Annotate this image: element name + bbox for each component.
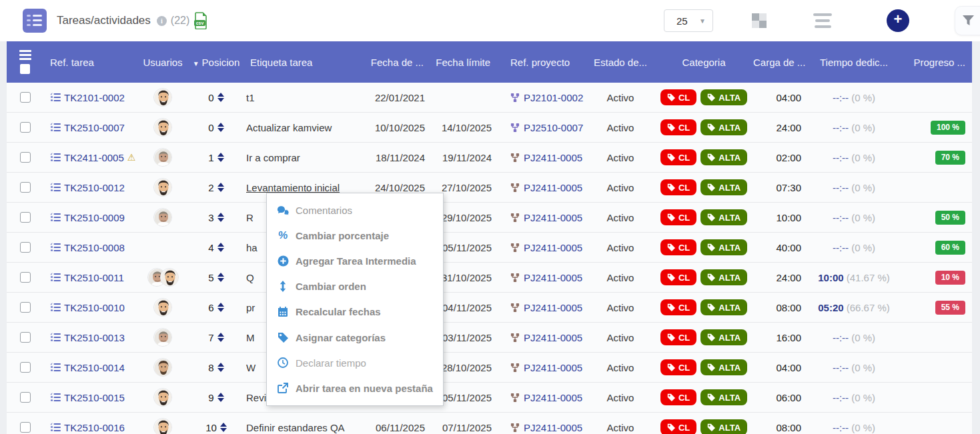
menu-item-updown[interactable]: Cambiar orden <box>267 274 443 299</box>
tasklist-icon <box>50 363 61 372</box>
menu-item-plus[interactable]: Agregar Tarea Intermedia <box>267 248 443 273</box>
reorder-arrows-icon[interactable] <box>217 183 224 192</box>
table-row[interactable]: TK2510-00137M03/11/2025PJ2411-0005Activo… <box>7 323 972 353</box>
reorder-arrows-icon[interactable] <box>217 333 224 342</box>
table-row[interactable]: TK2510-00122Levantamiento inicial24/10/2… <box>7 173 972 203</box>
row-checkbox[interactable] <box>20 92 31 103</box>
reorder-arrows-icon[interactable] <box>220 423 227 432</box>
col-progreso[interactable]: Progreso ... <box>897 57 972 68</box>
col-usuarios[interactable]: Usuarios <box>137 57 189 68</box>
project-ref-link[interactable]: PJ2411-0005 <box>524 182 582 193</box>
task-ref-link[interactable]: TK2510-0013 <box>64 332 125 343</box>
layout-toggle-icon[interactable] <box>752 13 767 28</box>
row-checkbox[interactable] <box>20 212 31 223</box>
row-checkbox[interactable] <box>20 392 31 403</box>
col-estado[interactable]: Estado de... <box>584 57 657 68</box>
project-ref-cell: PJ2411-0005 <box>497 182 584 193</box>
project-ref-link[interactable]: PJ2101-0002 <box>524 92 583 103</box>
table-row[interactable]: TK2510-00084ha05/11/2025PJ2411-0005Activ… <box>7 233 972 263</box>
reorder-arrows-icon[interactable] <box>217 243 224 252</box>
row-checkbox[interactable] <box>20 182 31 193</box>
csv-export-icon[interactable]: csv <box>193 12 208 29</box>
project-ref-link[interactable]: PJ2411-0005 <box>524 152 582 163</box>
project-ref-link[interactable]: PJ2411-0005 <box>524 392 582 403</box>
list-view-icon[interactable] <box>813 13 832 28</box>
table-row[interactable]: TK2510-00148W28/10/2025PJ2411-0005Activo… <box>7 353 972 383</box>
col-ref-proyecto[interactable]: Ref. proyecto <box>497 57 584 68</box>
task-position-cell: 7 <box>189 332 243 343</box>
menu-item-external[interactable]: Abrir tarea en nueva pestaña <box>267 375 443 401</box>
task-ref-link[interactable]: TK2510-0012 <box>64 182 125 193</box>
reorder-arrows-icon[interactable] <box>217 93 224 102</box>
menu-item-comments[interactable]: Comentarios <box>267 197 443 223</box>
task-label-cell[interactable]: t1 <box>243 92 364 103</box>
row-checkbox[interactable] <box>20 302 31 313</box>
table-row[interactable]: TK2510-00106pr04/11/2025PJ2411-0005Activ… <box>7 293 972 323</box>
project-ref-link[interactable]: PJ2510-0007 <box>524 122 583 133</box>
menu-item-calendar[interactable]: Recalcular fechas <box>267 299 443 325</box>
reorder-arrows-icon[interactable] <box>217 123 224 132</box>
select-all-header[interactable] <box>7 50 43 74</box>
info-icon[interactable]: i <box>157 16 167 26</box>
reorder-arrows-icon[interactable] <box>217 273 224 282</box>
project-ref-link[interactable]: PJ2411-0005 <box>524 212 582 223</box>
row-checkbox[interactable] <box>20 362 31 373</box>
reorder-arrows-icon[interactable] <box>217 153 224 162</box>
table-row[interactable]: TK2510-00093R29/10/2025PJ2411-0005Activo… <box>7 203 972 233</box>
col-posicion[interactable]: ▼Posicion <box>189 57 243 68</box>
menu-item-percent[interactable]: %Cambiar porcentaje <box>267 223 443 248</box>
time-percent: (0 %) <box>851 242 875 253</box>
reorder-arrows-icon[interactable] <box>217 363 224 372</box>
row-checkbox[interactable] <box>20 152 31 163</box>
project-ref-link[interactable]: PJ2411-0005 <box>524 242 582 253</box>
menu-item-tag[interactable]: Asignar categorías <box>267 325 443 350</box>
table-row[interactable]: TK2510-00159Revisión de alcance03/11/202… <box>7 383 972 413</box>
col-carga[interactable]: Carga de ... <box>751 57 811 68</box>
reorder-arrows-icon[interactable] <box>217 213 224 222</box>
table-row[interactable]: TK2510-00115Q31/10/2025PJ2411-0005Activo… <box>7 263 972 293</box>
project-ref-link[interactable]: PJ2411-0005 <box>524 272 582 283</box>
task-label-cell[interactable]: Actualizar kamview <box>243 122 364 133</box>
project-ref-link[interactable]: PJ2411-0005 <box>524 302 582 313</box>
table-row[interactable]: TK2510-00070Actualizar kamview10/10/2025… <box>7 113 972 143</box>
reorder-arrows-icon[interactable] <box>217 393 224 402</box>
row-checkbox[interactable] <box>20 272 31 283</box>
table-row[interactable]: TK2510-001610Definir estandares QA06/11/… <box>7 413 972 434</box>
task-ref-link[interactable]: TK2510-0010 <box>64 302 125 313</box>
reorder-arrows-icon[interactable] <box>217 303 224 312</box>
task-label-cell[interactable]: Definir estandares QA <box>243 422 364 433</box>
col-tiempo[interactable]: Tiempo dedic... <box>811 57 897 68</box>
col-etiqueta[interactable]: Etiqueta tarea <box>243 57 364 68</box>
task-ref-link[interactable]: TK2510-0011 <box>64 272 124 283</box>
task-ref-link[interactable]: TK2510-0009 <box>64 212 125 223</box>
filter-button[interactable] <box>955 6 980 35</box>
row-checkbox[interactable] <box>20 422 31 433</box>
project-ref-link[interactable]: PJ2411-0005 <box>524 332 582 343</box>
task-ref-link[interactable]: TK2510-0007 <box>64 122 125 133</box>
task-ref-link[interactable]: TK2510-0014 <box>64 362 125 373</box>
task-ref-link[interactable]: TK2101-0002 <box>64 92 125 103</box>
page-size-select[interactable]: 25 ▼ <box>664 9 713 32</box>
project-ref-link[interactable]: PJ2411-0005 <box>524 362 582 373</box>
task-ref-cell: TK2510-0015 <box>43 392 137 403</box>
avatar <box>153 328 172 347</box>
task-ref-link[interactable]: TK2510-0015 <box>64 392 125 403</box>
col-categoria[interactable]: Categoria <box>657 57 751 68</box>
project-ref-link[interactable]: PJ2411-0005 <box>524 422 582 433</box>
row-checkbox[interactable] <box>20 122 31 133</box>
col-ref-tarea[interactable]: Ref. tarea <box>43 57 137 68</box>
table-row[interactable]: TK2411-0005 ⚠1Ir a comprar18/11/202419/1… <box>7 143 972 173</box>
row-checkbox[interactable] <box>20 242 31 253</box>
col-fecha-limite[interactable]: Fecha límite <box>430 57 497 68</box>
select-all-checkbox[interactable] <box>20 64 30 74</box>
table-row[interactable]: TK2101-00020t122/01/2021PJ2101-0002Activ… <box>7 83 972 113</box>
menu-item-clock[interactable]: Declarar tiempo <box>267 350 443 375</box>
add-task-button[interactable]: + <box>887 9 909 32</box>
row-checkbox[interactable] <box>20 332 31 343</box>
task-ref-link[interactable]: TK2510-0016 <box>64 422 125 433</box>
task-label-cell[interactable]: Levantamiento inicial <box>243 182 364 193</box>
col-fecha-de[interactable]: Fecha de ... <box>364 57 430 68</box>
task-ref-link[interactable]: TK2510-0008 <box>64 242 125 253</box>
task-label-cell[interactable]: Ir a comprar <box>243 152 364 163</box>
task-ref-link[interactable]: TK2411-0005 <box>64 152 124 163</box>
